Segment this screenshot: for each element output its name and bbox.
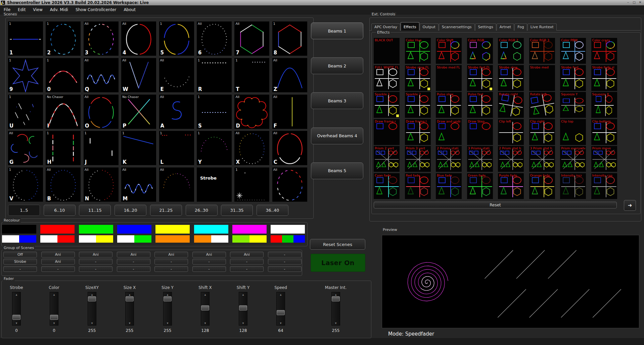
beam-button-5[interactable]: Beams 5 — [311, 162, 363, 179]
effect-strobe-slow[interactable]: Strobe slow — [498, 65, 524, 91]
scene-tile-X[interactable]: AllX — [234, 131, 269, 165]
scene-tile-N[interactable]: AllN — [84, 167, 119, 202]
scene-page-tab-16--20[interactable]: 16..20 — [114, 205, 146, 216]
fader-track-strobe[interactable]: ▲▼ — [12, 292, 21, 326]
group-button-r3c5[interactable]: - — [154, 266, 188, 272]
effect-clip-top[interactable]: Clip top — [560, 119, 586, 145]
scene-page-tab-31--35[interactable]: 31..35 — [221, 205, 253, 216]
fader-down-arrow-icon[interactable]: ▼ — [201, 322, 209, 324]
fader-thumb[interactable] — [126, 296, 134, 301]
scene-tile-1[interactable]: 11 — [8, 21, 43, 56]
scene-tile-r5c5[interactable]: All — [159, 167, 194, 202]
group-button-r1c2[interactable]: Ani — [41, 252, 75, 257]
group-button-r3c7[interactable]: - — [230, 266, 264, 272]
effect-clip-left[interactable]: Clip left — [498, 119, 524, 145]
effect-orange-fade[interactable]: Orange fade — [529, 173, 555, 199]
fader-thumb[interactable] — [277, 310, 285, 315]
group-button-r2c1[interactable]: Strobe — [3, 259, 37, 264]
beam-button-2[interactable]: Beams 2 — [311, 57, 363, 74]
scene-tile-8[interactable]: 18 — [272, 21, 307, 56]
scene-tile-9[interactable]: 19 — [8, 58, 43, 92]
scene-tile-K[interactable]: 1K — [121, 131, 156, 165]
scene-page-tab-26--30[interactable]: 26..30 — [186, 205, 218, 216]
recolour-swatch-r1c1[interactable] — [2, 225, 36, 234]
fader-track-speed[interactable]: ▲▼ — [276, 292, 285, 326]
fader-up-arrow-icon[interactable]: ▲ — [126, 293, 134, 296]
effect-clip-bottom[interactable]: Clip bottom — [591, 119, 617, 145]
effect-squeeze-y[interactable]: Squeeze Y — [560, 92, 586, 118]
fader-up-arrow-icon[interactable]: ▲ — [239, 293, 247, 296]
fader-up-arrow-icon[interactable]: ▲ — [201, 293, 209, 296]
fader-up-arrow-icon[interactable]: ▲ — [88, 293, 96, 296]
recolour-swatch-r2c3[interactable] — [79, 235, 113, 243]
group-button-r2c5[interactable]: - — [154, 259, 188, 264]
scene-tile-Y[interactable]: 1Y — [197, 131, 232, 165]
recolour-swatch-r1c6[interactable] — [194, 225, 228, 234]
maximize-icon[interactable]: □ — [632, 0, 637, 5]
fader-track-shift-x[interactable]: ▲▼ — [201, 292, 210, 326]
scene-tile-Q[interactable]: AllQ — [84, 58, 119, 92]
group-button-r2c2[interactable]: Ani — [41, 259, 75, 264]
scene-tile-S[interactable]: 1S — [197, 95, 232, 129]
effect-red-fade[interactable]: Red fade — [405, 173, 431, 199]
fader-thumb[interactable] — [164, 296, 172, 301]
effect-pulse-slow[interactable]: Pulse slow — [436, 92, 462, 118]
fader-down-arrow-icon[interactable]: ▼ — [88, 322, 96, 324]
fader-down-arrow-icon[interactable]: ▼ — [239, 322, 247, 324]
fader-thumb[interactable] — [239, 305, 247, 310]
effect-color-hue[interactable]: Color Hue — [405, 38, 431, 64]
effect-rotate-right[interactable]: Rotate right — [498, 92, 524, 118]
effect-draw-frame-r[interactable]: Draw frame r — [374, 119, 400, 145]
fader-thumb[interactable] — [12, 315, 20, 320]
fader-up-arrow-icon[interactable]: ▲ — [164, 293, 172, 296]
beam-button-3[interactable]: Beams 3 — [311, 92, 363, 109]
group-button-r1c1[interactable]: Off — [3, 252, 37, 257]
group-button-r2c3[interactable]: - — [79, 259, 112, 264]
recolour-swatch-r1c3[interactable] — [79, 225, 113, 234]
scene-tile-W[interactable]: AllW — [121, 58, 156, 92]
recolour-swatch-r2c4[interactable] — [117, 235, 151, 243]
menu-item-show-controllcenter[interactable]: Show Controllcenter — [72, 7, 120, 12]
scene-tile-U[interactable]: 1U — [8, 95, 43, 129]
recolour-swatch-r1c5[interactable] — [155, 225, 190, 234]
group-button-r1c8[interactable]: - — [268, 252, 302, 257]
group-button-r3c4[interactable]: - — [117, 266, 150, 272]
scene-tile-7[interactable]: All7 — [234, 21, 269, 56]
scene-page-tab-11--15[interactable]: 11..15 — [79, 205, 111, 216]
ext-tab-scannersettings[interactable]: Scannersettings — [439, 23, 475, 31]
menu-item-edit[interactable]: Edit — [14, 7, 29, 12]
effect-strobe-slow-fl[interactable]: Strobe slow FL — [405, 65, 431, 91]
scene-tile-P[interactable]: No ChaserP — [121, 95, 156, 129]
scene-tile-G[interactable]: AllG — [8, 131, 43, 165]
effect-sparkle-2[interactable]: Sparkle 2 — [405, 92, 431, 118]
scene-tile-H[interactable]: 1H — [46, 131, 81, 165]
fader-thumb[interactable] — [50, 315, 58, 320]
effect-prism-2-vert[interactable]: Prism 2 vert — [374, 146, 400, 172]
effect-strobe-med[interactable]: Strobe med — [529, 65, 555, 91]
effect-color-shift[interactable]: Color Shift — [436, 38, 462, 64]
close-icon[interactable]: ✕ — [638, 0, 643, 5]
effect-color-pbw[interactable]: Color PBW — [560, 38, 586, 64]
effect-color-rgb-2[interactable]: Color RGB 2 — [498, 38, 524, 64]
effect-3-prism-stat-h[interactable]: 3 Prism stat h — [529, 146, 555, 172]
group-button-r2c7[interactable]: - — [230, 259, 264, 264]
scene-tile-L[interactable]: 1L — [159, 131, 194, 165]
fader-track-master-int-[interactable]: ▲▼ — [331, 292, 340, 326]
group-button-r1c6[interactable]: Ani — [192, 252, 226, 257]
scene-page-tab-6--10[interactable]: 6..10 — [44, 205, 76, 216]
effect-strobe-fast-fl[interactable]: Strobe fast FL — [467, 65, 493, 91]
recolour-swatch-r1c4[interactable] — [117, 225, 151, 234]
scene-tile-r5c8[interactable]: All — [272, 167, 307, 202]
effect-green-fade[interactable]: Green fade — [467, 173, 493, 199]
recolour-swatch-r1c7[interactable] — [232, 225, 267, 234]
menu-item-adv-midi[interactable]: Adv. Midi — [46, 7, 72, 12]
effect-draw-frame-l[interactable]: Draw frame l — [405, 119, 431, 145]
scene-page-tab-1--5[interactable]: 1..5 — [8, 205, 40, 216]
effect-full-white-fl[interactable]: FULL WHITE FL — [374, 65, 400, 91]
fader-track-shift-y[interactable]: ▲▼ — [239, 292, 247, 326]
scene-tile-r5c7[interactable]: 1 — [234, 167, 269, 202]
group-button-r3c6[interactable]: - — [192, 266, 226, 272]
fader-down-arrow-icon[interactable]: ▼ — [277, 322, 285, 324]
effect-prism-everywhe[interactable]: Prism everywhe — [560, 146, 586, 172]
recolour-swatch-r2c6[interactable] — [194, 235, 228, 243]
